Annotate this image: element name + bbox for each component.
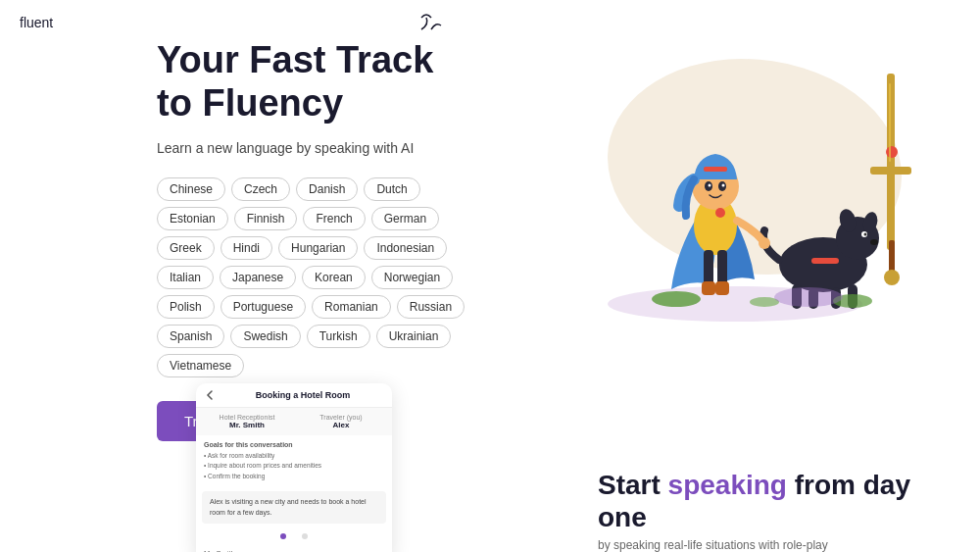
svg-rect-23 <box>715 281 729 295</box>
hero-subtitle: Learn a new language by speaking with AI <box>157 140 529 156</box>
hero-section: Your Fast Track to Fluency Learn a new l… <box>157 39 529 441</box>
svg-rect-12 <box>811 258 839 264</box>
role2-label: Traveler (you) <box>298 414 384 421</box>
language-tag: Italian <box>157 266 214 289</box>
language-tag: Vietnamese <box>157 354 244 377</box>
language-tag: German <box>371 207 439 230</box>
language-tag: Polish <box>157 295 215 319</box>
svg-rect-29 <box>704 167 727 172</box>
language-tag: Ukrainian <box>376 325 452 348</box>
title-highlight: speaking <box>668 470 787 500</box>
card-header: Booking a Hotel Room <box>196 383 392 408</box>
language-tag: Portuguese <box>220 295 306 319</box>
language-tag: Turkish <box>307 325 370 348</box>
logo: fluent <box>20 15 53 30</box>
booking-card: Booking a Hotel Room Hotel Receptionist … <box>196 383 392 552</box>
svg-point-28 <box>722 184 725 187</box>
svg-point-32 <box>652 291 701 307</box>
role2-name: Alex <box>333 421 350 429</box>
goal-2: • Inquire about room prices and amenitie… <box>204 461 384 471</box>
language-tag: French <box>303 207 365 230</box>
language-tag: Japanese <box>220 266 296 289</box>
card-scenario: Alex is visiting a new city and needs to… <box>202 491 386 524</box>
language-tag: Greek <box>157 236 215 260</box>
svg-rect-15 <box>889 240 895 275</box>
goal-3: • Confirm the booking <box>204 472 384 481</box>
start-speaking-section: Start speaking from day one by speaking … <box>598 469 931 552</box>
dot-1 <box>302 533 308 539</box>
svg-rect-14 <box>870 167 911 175</box>
svg-point-35 <box>774 287 843 307</box>
language-tag: Indonesian <box>364 236 447 260</box>
language-tag: Spanish <box>157 325 224 348</box>
language-tag: Dutch <box>364 177 419 201</box>
svg-point-30 <box>715 208 725 218</box>
start-speaking-subtitle: by speaking real-life situations with ro… <box>598 538 931 552</box>
hero-illustration <box>519 15 951 338</box>
language-tag: Finnish <box>234 207 298 230</box>
language-tag: Danish <box>296 177 358 201</box>
back-arrow-icon <box>204 389 216 401</box>
language-tag: Czech <box>231 177 290 201</box>
start-speaking-title: Start speaking from day one <box>598 469 931 534</box>
svg-point-27 <box>709 184 711 187</box>
card-title: Booking a Hotel Room <box>221 390 384 400</box>
language-tags-container: ChineseCzechDanishDutchEstonianFinnishFr… <box>157 177 490 377</box>
language-tag: Chinese <box>157 177 225 201</box>
role-traveler: Traveler (you) Alex <box>298 414 384 429</box>
svg-point-31 <box>759 237 770 249</box>
language-tag: Korean <box>302 266 366 289</box>
svg-point-7 <box>870 239 878 245</box>
language-tag: Romanian <box>312 295 391 319</box>
hero-title: Your Fast Track to Fluency <box>157 39 529 125</box>
card-footer-dots <box>196 527 392 545</box>
language-tag: Norwegian <box>371 266 453 289</box>
svg-point-6 <box>864 233 867 236</box>
svg-rect-18 <box>889 83 891 162</box>
role1-name: Mr. Smith <box>229 421 265 429</box>
speaker-name-tag: Mr. Smith <box>196 545 392 552</box>
language-tag: Russian <box>397 295 465 319</box>
role-receptionist: Hotel Receptionist Mr. Smith <box>204 414 290 429</box>
svg-rect-22 <box>702 281 715 295</box>
card-goals: Goals for this conversation • Ask for ro… <box>196 435 392 487</box>
svg-point-16 <box>884 270 900 285</box>
language-tag: Estonian <box>157 207 228 230</box>
language-tag: Hungarian <box>278 236 358 260</box>
card-roles: Hotel Receptionist Mr. Smith Traveler (y… <box>196 408 392 435</box>
svg-point-17 <box>886 146 898 158</box>
role1-label: Hotel Receptionist <box>204 414 290 421</box>
goals-title: Goals for this conversation <box>204 441 384 448</box>
title-part1: Start <box>598 470 668 500</box>
goal-1: • Ask for room availability <box>204 451 384 461</box>
language-tag: Swedish <box>230 325 300 348</box>
language-tag: Hindi <box>220 236 272 260</box>
dot-active <box>280 533 286 539</box>
